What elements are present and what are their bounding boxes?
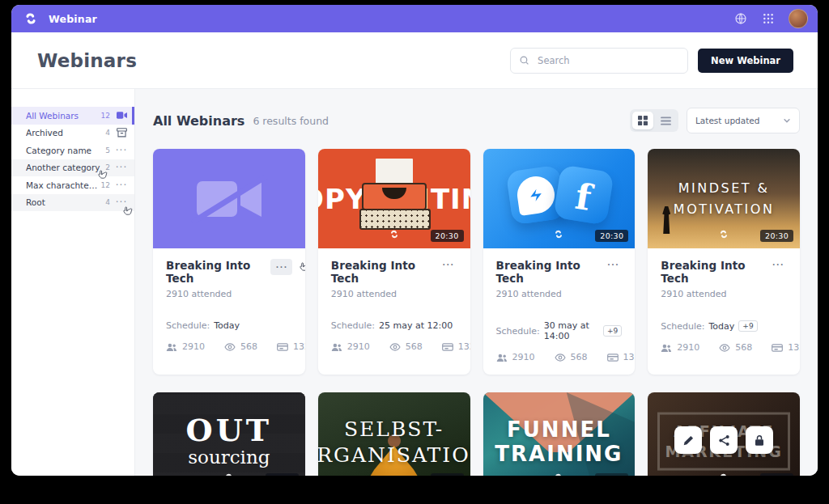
webinar-thumbnail[interactable]	[153, 149, 305, 248]
card-body: Breaking Into Tech ⋯ 2910 attended Sched…	[648, 248, 800, 365]
more-options-icon[interactable]: ···	[116, 182, 127, 188]
webinar-card[interactable]: 20:30 f Breaking Into Tech ⋯ 2910 attend…	[483, 149, 636, 375]
edit-button[interactable]	[674, 426, 702, 454]
results-count: 6 results found	[253, 115, 329, 127]
schedule-value: Today	[214, 320, 240, 331]
schedule-value: 30 may at 14:00	[544, 320, 599, 341]
thumbnail-text-line: ORGANISATION	[318, 443, 470, 468]
webinar-card[interactable]: 20:30 SELBST-ORGANISATION Breaking Into …	[318, 392, 470, 476]
thumbnail-text-line: SELBST-	[344, 417, 444, 442]
stats-row: 2910 568 132	[661, 342, 787, 353]
more-options-icon[interactable]: ···	[116, 164, 127, 171]
edit-icon	[682, 434, 695, 447]
sidebar-item-label: Category name	[26, 146, 102, 155]
card-menu-button[interactable]: ⋯	[603, 259, 622, 270]
lock-icon	[754, 434, 765, 447]
toolbar: All Webinars 6 results found	[153, 108, 800, 133]
view-toggle	[630, 109, 678, 132]
schedule-label: Schedule:	[166, 320, 210, 331]
views-stat: 568	[555, 352, 588, 362]
webinar-thumbnail[interactable]: 20:30 OUTsourcing	[153, 392, 305, 476]
card-menu-button[interactable]: ⋯	[270, 259, 292, 275]
stats-row: 2910 568 132	[331, 341, 457, 352]
sidebar-item[interactable]: Root 4 ···	[11, 194, 134, 212]
section-heading: All Webinars	[153, 113, 244, 129]
thumbnail-text: SELBST-ORGANISATION	[318, 392, 470, 476]
extra-dates-badge[interactable]: +9	[603, 325, 622, 337]
webinar-thumbnail[interactable]: 20:30 SELBST-ORGANISATION	[318, 392, 470, 476]
video-off-icon	[190, 175, 268, 223]
webinar-thumbnail[interactable]: 20:30 f	[483, 149, 636, 248]
share-button[interactable]	[710, 426, 738, 454]
webinar-card[interactable]: Breaking Into Tech ⋯ 2910 attended Sched…	[153, 149, 305, 375]
sidebar-item[interactable]: Max charachters 2.. 12 ···	[11, 176, 134, 194]
attendees-stat: 2910	[496, 352, 535, 362]
views-stat: 568	[389, 341, 423, 352]
thumbnail-text-line: MINDSET &	[678, 178, 770, 199]
thumbnail-text-line: FUNNEL	[507, 418, 611, 443]
page-title: Webinars	[37, 50, 137, 71]
webinar-card[interactable]: 20:30 COPYWRITING Breaking Into Tech ⋯ 2…	[318, 149, 470, 375]
apps-grid-icon[interactable]	[761, 11, 776, 26]
webinar-thumbnail[interactable]: 20:30 AFFILIATEMARKETING	[648, 392, 800, 476]
webinar-card[interactable]: 20:30 AFFILIATEMARKETING Breaking Into T…	[648, 392, 800, 476]
typewriter-illustration	[359, 159, 429, 230]
sidebar-item-count: 4	[105, 198, 110, 206]
more-options-icon[interactable]: ···	[116, 199, 127, 205]
schedule-label: Schedule:	[331, 320, 375, 331]
card-menu-button[interactable]: ⋯	[768, 259, 787, 270]
page-header: Webinars New Webinar	[11, 32, 818, 89]
webinar-thumbnail[interactable]: 20:30 MINDSET &MOTIVATION	[648, 149, 800, 248]
webinar-thumbnail[interactable]: 20:30 COPYWRITING	[318, 149, 470, 248]
schedule-row: Schedule: 30 may at 14:00 +9	[496, 320, 623, 341]
sort-dropdown-label: Latest updated	[695, 116, 783, 125]
lock-button[interactable]	[746, 426, 773, 454]
card-menu-button[interactable]: ⋯	[439, 259, 457, 270]
sessions-stat: 132	[607, 352, 636, 362]
new-webinar-button[interactable]: New Webinar	[698, 49, 793, 73]
sidebar-item-label: Archived	[26, 128, 102, 138]
archive-icon[interactable]	[116, 128, 127, 138]
grid-view-button[interactable]	[632, 112, 653, 129]
webinar-card[interactable]: 20:30 MINDSET &MOTIVATION Breaking Into …	[648, 149, 800, 375]
webinar-thumbnail[interactable]: 20:30 FUNNELTRAINING	[483, 392, 636, 476]
webinar-card[interactable]: 20:30 FUNNELTRAINING Breaking Into Tech …	[483, 392, 636, 476]
cursor-pointer-icon	[298, 261, 305, 277]
webinar-card[interactable]: 20:30 OUTsourcing Breaking Into Tech ⋯	[153, 392, 305, 476]
globe-icon[interactable]	[733, 11, 748, 26]
duration-badge: 20:30	[595, 230, 628, 242]
watermark-logo-icon	[719, 471, 729, 476]
sort-dropdown[interactable]: Latest updated	[687, 108, 800, 133]
views-stat: 568	[719, 342, 752, 353]
sidebar-item[interactable]: Archived 4	[11, 125, 134, 142]
thumbnail-text-line: sourcing	[188, 447, 270, 468]
views-stat: 568	[224, 341, 257, 352]
more-options-icon[interactable]: ···	[116, 147, 127, 154]
schedule-value: Today	[709, 321, 735, 332]
thumbnail-text: FUNNELTRAINING	[483, 392, 636, 476]
list-view-button[interactable]	[655, 112, 676, 129]
sidebar-item-count: 2	[105, 163, 110, 172]
search-input[interactable]	[536, 54, 661, 67]
app-window: Webinar Webinars	[11, 5, 818, 476]
video-camera-icon[interactable]	[116, 111, 127, 120]
sidebar-item[interactable]: Another category 2 ···	[11, 159, 134, 177]
sessions-stat: 132	[442, 341, 470, 352]
schedule-value: 25 may at 12:00	[379, 320, 453, 331]
sidebar-item[interactable]: Category name 5 ···	[11, 142, 134, 159]
sessions-stat: 132	[277, 341, 305, 352]
extra-dates-badge[interactable]: +9	[738, 320, 757, 332]
schedule-label: Schedule:	[661, 321, 704, 332]
schedule-row: Schedule: Today	[166, 320, 292, 331]
thumbnail-text: MINDSET &MOTIVATION	[648, 149, 800, 248]
avatar[interactable]	[789, 9, 808, 28]
card-body: Breaking Into Tech ⋯ 2910 attended Sched…	[318, 248, 470, 364]
attended-count: 2910 attended	[661, 289, 787, 299]
attendees-stat: 2910	[331, 341, 370, 352]
sidebar-item-label: Another category	[26, 163, 102, 172]
watermark-logo-icon	[554, 227, 564, 243]
webinar-title: Breaking Into Tech	[496, 259, 604, 285]
sidebar-item[interactable]: All Webinars 12	[11, 107, 134, 125]
search-box	[510, 48, 688, 74]
schedule-row: Schedule: Today +9	[661, 320, 787, 332]
